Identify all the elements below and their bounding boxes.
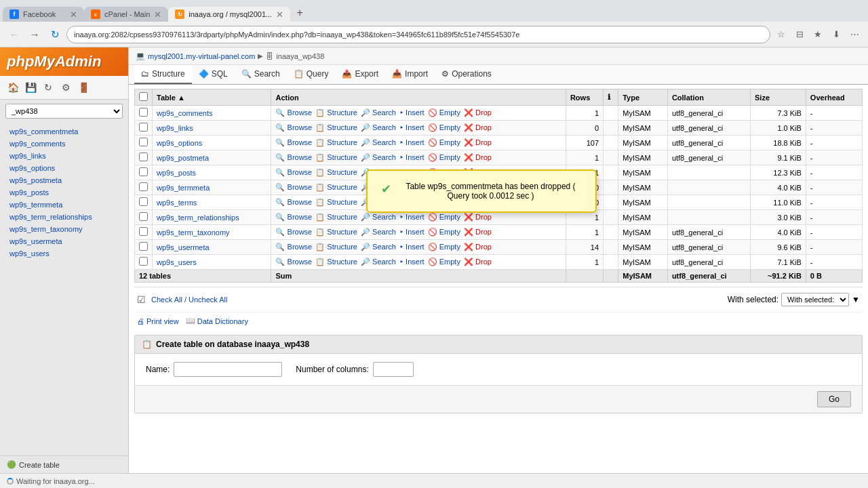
drop-link-10[interactable]: ❌ Drop — [464, 258, 492, 266]
row-select-1[interactable] — [139, 123, 148, 131]
sidebar-item-termmeta[interactable]: wp9s_termmeta — [0, 199, 128, 211]
drop-link-9[interactable]: ❌ Drop — [464, 243, 492, 251]
row-select-7[interactable] — [139, 212, 148, 221]
table-link-7[interactable]: wp9s_term_relationships — [157, 214, 239, 222]
favorites-button[interactable]: ★ — [810, 26, 826, 43]
browse-link-8[interactable]: 🔍 Browse — [275, 228, 312, 237]
select-all-checkbox[interactable] — [139, 92, 148, 101]
table-link-9[interactable]: wp9s_usermeta — [157, 243, 210, 251]
drop-link-1[interactable]: ❌ Drop — [464, 123, 492, 132]
db-select[interactable]: _wp438 — [5, 104, 123, 119]
sidebar-db-icon[interactable]: 💾 — [23, 80, 38, 95]
empty-link-3[interactable]: 🚫 Empty — [428, 153, 460, 162]
go-button[interactable]: Go — [817, 391, 851, 407]
structure-link-0[interactable]: 📋 Structure — [315, 108, 357, 117]
reload-button[interactable]: ↻ — [46, 26, 64, 43]
row-select-4[interactable] — [139, 167, 148, 176]
structure-link-4[interactable]: 📋 Structure — [315, 168, 357, 177]
back-button[interactable]: ← — [5, 26, 23, 43]
insert-link-9[interactable]: ‣ Insert — [399, 243, 425, 251]
browse-link-1[interactable]: 🔍 Browse — [275, 123, 312, 132]
browse-link-6[interactable]: 🔍 Browse — [275, 198, 312, 207]
insert-link-1[interactable]: ‣ Insert — [399, 123, 425, 132]
empty-link-7[interactable]: 🚫 Empty — [428, 213, 460, 222]
tab-export[interactable]: 📤 Export — [335, 65, 385, 84]
tab-facebook[interactable]: f Facebook ✕ — [3, 7, 84, 22]
sidebar-item-term-taxonomy[interactable]: wp9s_term_taxonomy — [0, 223, 128, 235]
browse-link-7[interactable]: 🔍 Browse — [275, 213, 312, 222]
insert-link-8[interactable]: ‣ Insert — [399, 228, 425, 237]
empty-link-0[interactable]: 🚫 Empty — [428, 108, 460, 117]
table-link-8[interactable]: wp9s_term_taxonomy — [157, 228, 230, 237]
table-link-5[interactable]: wp9s_termmeta — [157, 184, 210, 192]
with-selected-dropdown[interactable]: With selected: — [781, 293, 849, 306]
structure-link-6[interactable]: 📋 Structure — [315, 198, 357, 207]
browse-link-9[interactable]: 🔍 Browse — [275, 243, 312, 251]
drop-link-8[interactable]: ❌ Drop — [464, 228, 492, 237]
tab-cpanel[interactable]: c cPanel - Main ✕ — [84, 7, 168, 22]
print-view-link[interactable]: 🖨 Print view — [137, 317, 179, 325]
empty-link-10[interactable]: 🚫 Empty — [428, 258, 460, 266]
table-link-1[interactable]: wp9s_links — [157, 124, 193, 132]
row-select-9[interactable] — [139, 242, 148, 251]
tab-close-facebook[interactable]: ✕ — [70, 10, 77, 19]
sidebar-item-users[interactable]: wp9s_users — [0, 247, 128, 260]
th-table[interactable]: Table ▲ — [153, 89, 271, 106]
tab-close-cpanel[interactable]: ✕ — [154, 10, 161, 19]
table-link-0[interactable]: wp9s_comments — [157, 109, 213, 117]
tab-sql[interactable]: 🔷 SQL — [192, 65, 235, 84]
check-all-label[interactable]: Check All / Uncheck All — [151, 296, 228, 304]
bookmark-button[interactable]: ☆ — [773, 26, 789, 43]
table-name-input[interactable] — [174, 362, 282, 377]
settings-button[interactable]: ⋯ — [846, 26, 863, 43]
browse-link-3[interactable]: 🔍 Browse — [275, 153, 312, 162]
table-link-3[interactable]: wp9s_postmeta — [157, 154, 209, 162]
sidebar-home-icon[interactable]: 🏠 — [5, 80, 20, 95]
table-link-10[interactable]: wp9s_users — [157, 258, 197, 266]
sidebar-exit-icon[interactable]: 🚪 — [76, 80, 91, 95]
sidebar-item-options[interactable]: wp9s_options — [0, 162, 128, 174]
row-select-3[interactable] — [139, 152, 148, 161]
tab-operations[interactable]: ⚙ Operations — [435, 65, 498, 84]
tab-import[interactable]: 📥 Import — [385, 65, 435, 84]
address-bar[interactable] — [66, 26, 770, 43]
structure-link-3[interactable]: 📋 Structure — [315, 153, 357, 162]
tab-query[interactable]: 📋 Query — [287, 65, 336, 84]
insert-link-3[interactable]: ‣ Insert — [399, 153, 425, 162]
table-link-4[interactable]: wp9s_posts — [157, 169, 196, 177]
search-link-0[interactable]: 🔎 Search — [361, 108, 396, 117]
search-link-9[interactable]: 🔎 Search — [361, 243, 396, 251]
insert-link-2[interactable]: ‣ Insert — [399, 138, 425, 147]
browse-link-10[interactable]: 🔍 Browse — [275, 258, 312, 266]
empty-link-1[interactable]: 🚫 Empty — [428, 123, 460, 132]
new-tab-button[interactable]: + — [290, 4, 309, 22]
structure-link-8[interactable]: 📋 Structure — [315, 228, 357, 237]
structure-link-2[interactable]: 📋 Structure — [315, 138, 357, 147]
row-select-8[interactable] — [139, 227, 148, 236]
tab-structure[interactable]: 🗂 Structure — [134, 65, 192, 84]
search-link-2[interactable]: 🔎 Search — [361, 138, 396, 147]
structure-link-1[interactable]: 📋 Structure — [315, 123, 357, 132]
sidebar-item-comments[interactable]: wp9s_comments — [0, 138, 128, 150]
sidebar-item-commentmeta[interactable]: wp9s_commentmeta — [0, 125, 128, 138]
drop-link-3[interactable]: ❌ Drop — [464, 153, 492, 162]
sidebar-settings-icon[interactable]: ⚙ — [58, 80, 73, 95]
sidebar-refresh-icon[interactable]: ↻ — [41, 80, 56, 95]
sidebar-create-table-button[interactable]: 🟢 Create table — [0, 455, 128, 473]
search-link-1[interactable]: 🔎 Search — [361, 123, 396, 132]
search-link-3[interactable]: 🔎 Search — [361, 153, 396, 162]
data-dictionary-link[interactable]: 📖 Data Dictionary — [186, 317, 248, 325]
downloads-button[interactable]: ⬇ — [828, 26, 844, 43]
forward-button[interactable]: → — [26, 26, 43, 43]
browse-link-2[interactable]: 🔍 Browse — [275, 138, 312, 147]
search-link-10[interactable]: 🔎 Search — [361, 258, 396, 266]
structure-link-9[interactable]: 📋 Structure — [315, 243, 357, 251]
row-select-2[interactable] — [139, 138, 148, 146]
insert-link-0[interactable]: ‣ Insert — [399, 108, 425, 117]
row-select-0[interactable] — [139, 108, 148, 117]
sidebar-item-posts[interactable]: wp9s_posts — [0, 186, 128, 199]
drop-link-0[interactable]: ❌ Drop — [464, 108, 492, 117]
structure-link-10[interactable]: 📋 Structure — [315, 258, 357, 266]
browse-link-0[interactable]: 🔍 Browse — [275, 108, 312, 117]
sidebar-item-term-relationships[interactable]: wp9s_term_relationships — [0, 211, 128, 223]
